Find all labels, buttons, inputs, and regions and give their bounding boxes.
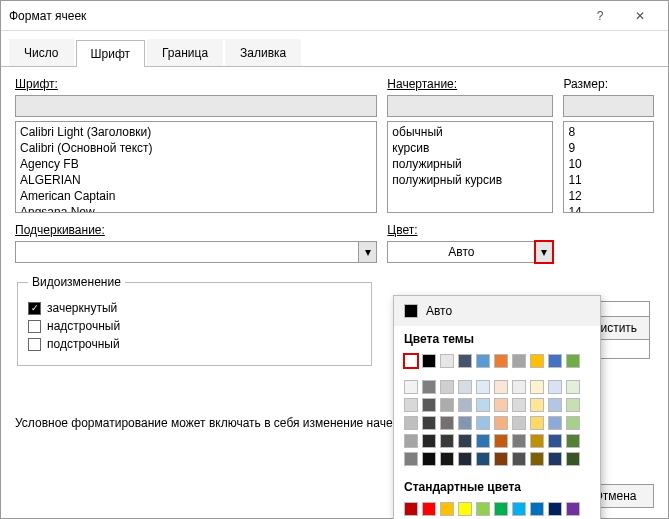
color-swatch[interactable] (530, 398, 544, 412)
color-swatch[interactable] (494, 398, 508, 412)
font-option[interactable]: Calibri Light (Заголовки) (20, 124, 372, 140)
color-swatch[interactable] (440, 380, 454, 394)
color-swatch[interactable] (566, 452, 580, 466)
font-option[interactable]: Calibri (Основной текст) (20, 140, 372, 156)
color-field[interactable]: Авто (387, 241, 535, 263)
color-swatch[interactable] (566, 398, 580, 412)
color-swatch[interactable] (512, 434, 526, 448)
color-swatch[interactable] (422, 354, 436, 368)
color-swatch[interactable] (530, 452, 544, 466)
color-swatch[interactable] (530, 434, 544, 448)
color-swatch[interactable] (566, 502, 580, 516)
color-swatch[interactable] (458, 434, 472, 448)
color-swatch[interactable] (566, 354, 580, 368)
color-swatch[interactable] (422, 452, 436, 466)
color-swatch[interactable] (458, 354, 472, 368)
font-input[interactable] (15, 95, 377, 117)
color-swatch[interactable] (404, 354, 418, 368)
color-swatch[interactable] (494, 434, 508, 448)
color-swatch[interactable] (440, 452, 454, 466)
color-swatch[interactable] (440, 434, 454, 448)
style-listbox[interactable]: обычный курсив полужирный полужирный кур… (387, 121, 553, 213)
color-swatch[interactable] (476, 416, 490, 430)
color-swatch[interactable] (404, 398, 418, 412)
color-swatch[interactable] (404, 452, 418, 466)
size-option[interactable]: 14 (568, 204, 649, 213)
size-option[interactable]: 10 (568, 156, 649, 172)
color-swatch[interactable] (476, 380, 490, 394)
color-swatch[interactable] (512, 452, 526, 466)
color-swatch[interactable] (458, 502, 472, 516)
close-button[interactable]: ✕ (620, 2, 660, 30)
color-swatch[interactable] (440, 502, 454, 516)
size-option[interactable]: 11 (568, 172, 649, 188)
tab-number[interactable]: Число (9, 39, 74, 66)
tab-fill[interactable]: Заливка (225, 39, 301, 66)
color-swatch[interactable] (494, 416, 508, 430)
color-dropdown[interactable]: Авто ▾ (387, 241, 553, 263)
color-swatch[interactable] (566, 416, 580, 430)
color-swatch[interactable] (476, 434, 490, 448)
font-option[interactable]: Agency FB (20, 156, 372, 172)
style-option[interactable]: курсив (392, 140, 548, 156)
color-swatch[interactable] (548, 416, 562, 430)
color-swatch[interactable] (566, 380, 580, 394)
color-swatch[interactable] (440, 416, 454, 430)
size-option[interactable]: 12 (568, 188, 649, 204)
color-swatch[interactable] (494, 354, 508, 368)
color-swatch[interactable] (494, 452, 508, 466)
color-swatch[interactable] (512, 416, 526, 430)
color-swatch[interactable] (458, 380, 472, 394)
color-swatch[interactable] (530, 380, 544, 394)
color-swatch[interactable] (404, 416, 418, 430)
color-swatch[interactable] (422, 502, 436, 516)
font-option[interactable]: Angsana New (20, 204, 372, 213)
color-swatch[interactable] (548, 434, 562, 448)
underline-dropdown[interactable]: ▾ (15, 241, 377, 263)
color-swatch[interactable] (440, 398, 454, 412)
style-option[interactable]: обычный (392, 124, 548, 140)
color-swatch[interactable] (512, 354, 526, 368)
color-swatch[interactable] (494, 380, 508, 394)
color-swatch[interactable] (458, 452, 472, 466)
size-input[interactable] (563, 95, 654, 117)
color-swatch[interactable] (530, 502, 544, 516)
color-swatch[interactable] (512, 398, 526, 412)
color-swatch[interactable] (530, 354, 544, 368)
font-option[interactable]: American Captain (20, 188, 372, 204)
color-swatch[interactable] (458, 416, 472, 430)
color-swatch[interactable] (548, 354, 562, 368)
strike-checkbox[interactable]: зачеркнутый (28, 301, 361, 315)
underline-field[interactable] (15, 241, 359, 263)
color-swatch[interactable] (440, 354, 454, 368)
color-swatch[interactable] (404, 380, 418, 394)
style-option[interactable]: полужирный (392, 156, 548, 172)
superscript-checkbox[interactable]: надстрочный (28, 319, 361, 333)
color-swatch[interactable] (422, 434, 436, 448)
color-auto-option[interactable]: Авто (394, 296, 600, 326)
color-swatch[interactable] (548, 502, 562, 516)
color-swatch[interactable] (476, 354, 490, 368)
color-swatch[interactable] (476, 502, 490, 516)
size-option[interactable]: 8 (568, 124, 649, 140)
color-swatch[interactable] (512, 502, 526, 516)
help-button[interactable]: ? (580, 2, 620, 30)
font-option[interactable]: ALGERIAN (20, 172, 372, 188)
color-swatch[interactable] (404, 502, 418, 516)
font-listbox[interactable]: Calibri Light (Заголовки) Calibri (Основ… (15, 121, 377, 213)
size-listbox[interactable]: 8 9 10 11 12 14 (563, 121, 654, 213)
color-swatch[interactable] (548, 380, 562, 394)
size-option[interactable]: 9 (568, 140, 649, 156)
color-swatch[interactable] (476, 452, 490, 466)
chevron-down-icon[interactable]: ▾ (535, 241, 553, 263)
color-swatch[interactable] (404, 434, 418, 448)
color-swatch[interactable] (422, 398, 436, 412)
color-swatch[interactable] (530, 416, 544, 430)
tab-border[interactable]: Граница (147, 39, 223, 66)
chevron-down-icon[interactable]: ▾ (359, 241, 377, 263)
color-swatch[interactable] (566, 434, 580, 448)
color-swatch[interactable] (548, 398, 562, 412)
color-swatch[interactable] (494, 502, 508, 516)
style-option[interactable]: полужирный курсив (392, 172, 548, 188)
subscript-checkbox[interactable]: подстрочный (28, 337, 361, 351)
